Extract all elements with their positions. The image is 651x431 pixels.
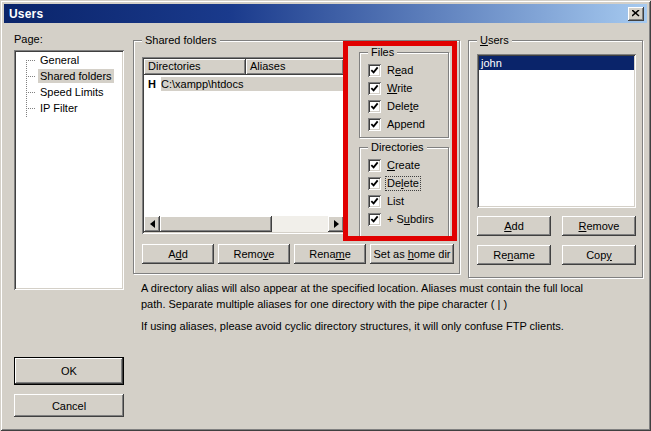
directories-permissions-group: Directories Create Delete List + Subdirs	[359, 147, 449, 237]
scroll-right-icon	[334, 220, 339, 228]
button-label: Set as home dir	[373, 248, 450, 260]
checkbox-files-read[interactable]: Read	[368, 61, 448, 79]
files-permissions-group: Files Read Write Delete Append	[359, 52, 449, 138]
cancel-button[interactable]: Cancel	[14, 394, 124, 417]
tree-item-speed-limits[interactable]: Speed Limits	[16, 84, 122, 100]
tree-stub	[26, 60, 35, 61]
user-list: john	[477, 54, 636, 208]
checkbox-label: Create	[386, 159, 421, 172]
help-line: If using aliases, please avoid cyclic di…	[141, 318, 646, 334]
button-label: Copy	[586, 249, 612, 261]
checkbox-label: Delete	[386, 177, 420, 190]
rename-user-button[interactable]: Rename	[477, 245, 551, 265]
tree-stub	[26, 92, 35, 93]
scroll-right-button[interactable]	[328, 216, 344, 232]
column-header-directories[interactable]: Directories	[144, 59, 246, 75]
checkbox-checked-icon[interactable]	[368, 213, 381, 226]
alias-help-text: A directory alias will also appear at th…	[141, 280, 646, 334]
scroll-left-button[interactable]	[144, 216, 160, 232]
page-tree: General Shared folders Speed Limits IP F…	[14, 50, 124, 290]
close-button[interactable]	[628, 7, 644, 21]
tree-item-label: General	[38, 53, 81, 67]
checkbox-checked-icon[interactable]	[368, 177, 381, 190]
close-icon	[632, 10, 640, 17]
scrollbar-thumb[interactable]	[160, 216, 272, 232]
tree-item-ip-filter[interactable]: IP Filter	[16, 100, 122, 116]
tree-stub	[26, 76, 35, 77]
checkbox-checked-icon[interactable]	[368, 118, 381, 131]
shared-folders-list: Directories Aliases H C:\xampp\htdocs	[142, 57, 346, 234]
checkbox-checked-icon[interactable]	[368, 195, 381, 208]
users-group-label: Users	[477, 34, 512, 46]
checkbox-checked-icon[interactable]	[368, 64, 381, 77]
checkbox-label: Append	[386, 118, 426, 131]
tree-item-label: IP Filter	[38, 101, 80, 115]
tree-stub	[26, 108, 35, 109]
checkbox-checked-icon[interactable]	[368, 100, 381, 113]
tree-item-label: Speed Limits	[38, 85, 106, 99]
checkbox-label: + Subdirs	[386, 213, 435, 226]
scrollbar-track[interactable]	[272, 216, 328, 232]
button-label: Remove	[579, 220, 620, 232]
copy-user-button[interactable]: Copy	[562, 245, 636, 265]
checkbox-files-write[interactable]: Write	[368, 79, 448, 97]
button-label: Add	[504, 220, 524, 232]
help-line: path. Separate multiple aliases for one …	[141, 296, 646, 312]
user-list-item-john[interactable]: john	[479, 56, 634, 70]
remove-user-button[interactable]: Remove	[562, 216, 636, 236]
window-title: Users	[9, 7, 43, 21]
button-label: Cancel	[52, 400, 86, 412]
set-home-dir-button[interactable]: Set as home dir	[370, 244, 454, 264]
tree-item-shared-folders[interactable]: Shared folders	[16, 68, 122, 84]
checkbox-checked-icon[interactable]	[368, 82, 381, 95]
shared-folder-row[interactable]: H C:\xampp\htdocs	[144, 76, 344, 91]
button-label: Remove	[234, 248, 275, 260]
checkbox-label: Delete	[386, 100, 420, 113]
tree-item-general[interactable]: General	[16, 52, 122, 68]
users-group: Users john Add Remove Rename Copy	[468, 40, 643, 278]
checkbox-files-delete[interactable]: Delete	[368, 97, 448, 115]
checkbox-dirs-subdirs[interactable]: + Subdirs	[368, 210, 448, 228]
shared-folders-group: Shared folders Directories Aliases H C:\…	[133, 40, 460, 274]
shared-folders-group-label: Shared folders	[142, 34, 220, 46]
checkbox-files-append[interactable]: Append	[368, 115, 448, 133]
ok-button[interactable]: OK	[14, 357, 124, 385]
users-dialog: Users Page: General Shared folders Speed…	[0, 0, 651, 431]
checkbox-dirs-list[interactable]: List	[368, 192, 448, 210]
files-group-label: Files	[368, 46, 397, 58]
scroll-left-icon	[150, 220, 155, 228]
button-label: OK	[61, 365, 77, 377]
checkbox-label: Read	[386, 64, 414, 77]
rename-folder-button[interactable]: Rename	[294, 244, 366, 264]
tree-item-label: Shared folders	[38, 69, 114, 83]
title-bar[interactable]: Users	[4, 4, 647, 23]
list-header: Directories Aliases	[144, 59, 344, 75]
button-label: Add	[168, 248, 188, 260]
horizontal-scrollbar[interactable]	[144, 216, 344, 232]
button-label: Rename	[493, 249, 535, 261]
checkbox-dirs-delete[interactable]: Delete	[368, 174, 448, 192]
directory-path: C:\xampp\htdocs	[161, 77, 344, 91]
column-header-aliases[interactable]: Aliases	[246, 59, 344, 75]
directories-group-label: Directories	[368, 141, 427, 153]
checkbox-label: List	[386, 195, 405, 208]
checkbox-label: Write	[386, 82, 413, 95]
add-user-button[interactable]: Add	[477, 216, 551, 236]
home-dir-flag: H	[144, 78, 161, 90]
page-label: Page:	[14, 33, 43, 45]
add-folder-button[interactable]: Add	[142, 244, 214, 264]
button-label: Rename	[309, 248, 351, 260]
remove-folder-button[interactable]: Remove	[218, 244, 290, 264]
checkbox-checked-icon[interactable]	[368, 159, 381, 172]
help-line: A directory alias will also appear at th…	[141, 280, 646, 296]
checkbox-dirs-create[interactable]: Create	[368, 156, 448, 174]
